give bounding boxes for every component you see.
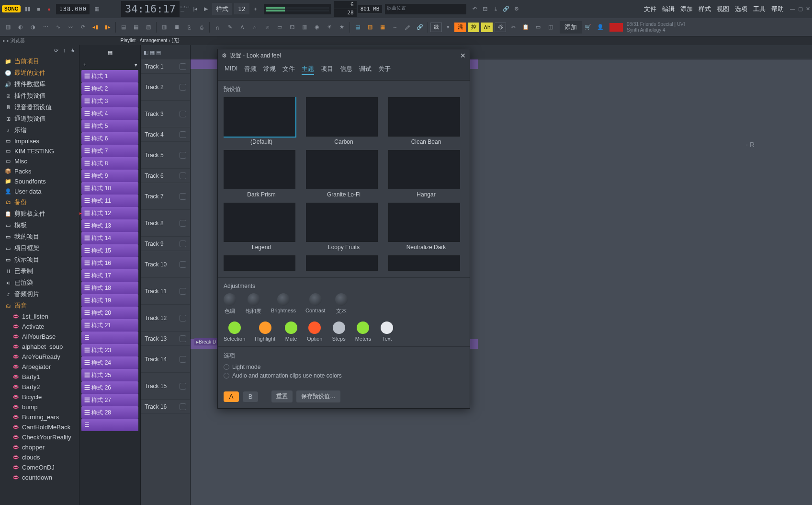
toolbar-icon[interactable]: ▭: [274, 22, 285, 33]
browser-item-recent-files[interactable]: 🕘最近的文件: [0, 67, 79, 79]
toolbar-icon[interactable]: 📋: [520, 22, 531, 33]
track-header[interactable]: Track 5: [141, 142, 190, 169]
track-header[interactable]: Track 16: [141, 400, 190, 414]
color-swatch[interactable]: Selection: [224, 321, 245, 342]
track-header[interactable]: Track 11: [141, 278, 190, 305]
browser-item-project-bones[interactable]: ▭项目框架: [0, 242, 79, 254]
maximize-icon[interactable]: ▢: [798, 6, 803, 12]
theme-preset[interactable]: (Default): [224, 97, 299, 145]
compare-a-button[interactable]: A: [224, 391, 239, 402]
browser-child[interactable]: 👄CheckYourReality: [0, 432, 79, 442]
browser-child[interactable]: 👄Barty1: [0, 372, 79, 382]
toolbar-icon[interactable]: 🖫: [287, 22, 297, 33]
color-swatch[interactable]: Option: [307, 321, 322, 342]
browser-item-sliced-audio[interactable]: ⎎音频切片: [0, 288, 79, 300]
track-header[interactable]: Track 13: [141, 332, 190, 346]
browser-item-rendered[interactable]: ⏯已渲染: [0, 277, 79, 288]
browser-item-scores[interactable]: ♪乐谱: [0, 125, 79, 136]
track-toggle[interactable]: [180, 241, 186, 247]
settings-tab-7[interactable]: 调试: [359, 65, 372, 75]
metronome-icon[interactable]: ▦: [92, 5, 101, 13]
toolbar-icon[interactable]: ∿: [53, 22, 63, 33]
browser-item-templates[interactable]: ▭模板: [0, 219, 79, 231]
browser-child[interactable]: 👄Barty2: [0, 382, 79, 392]
theme-preset[interactable]: Dark Prism: [224, 150, 299, 198]
pattern-clip[interactable]: ☰ 样式 24: [81, 356, 138, 369]
track-toggle[interactable]: [180, 220, 186, 227]
settings-tab-8[interactable]: 关于: [378, 65, 391, 75]
pattern-clip[interactable]: ☰ 样式 9: [81, 170, 138, 182]
track-header[interactable]: Track 3: [141, 101, 190, 127]
pattern-clip[interactable]: ☰ 样式 4: [81, 107, 138, 120]
color-swatch[interactable]: Meters: [355, 321, 372, 342]
piano-roll-icon[interactable]: ▥: [365, 22, 375, 33]
playlist-window-icon[interactable]: ▤: [352, 22, 363, 33]
browser-item-backup[interactable]: 🗂备份: [0, 196, 79, 208]
close-icon[interactable]: ✕: [460, 52, 466, 59]
track-header[interactable]: Track 12: [141, 305, 190, 332]
track-toggle[interactable]: [180, 63, 186, 70]
browser-child[interactable]: 👄Arpegiator: [0, 362, 79, 372]
track-header[interactable]: Track 8: [141, 210, 190, 237]
track-toggle[interactable]: [180, 111, 186, 117]
menu-添加[interactable]: 添加: [679, 4, 694, 14]
close-icon[interactable]: ✕: [806, 6, 810, 12]
chevron-down-icon[interactable]: ▾: [444, 23, 452, 32]
toolbar-icon[interactable]: ◐: [15, 22, 26, 33]
sort-icon[interactable]: ↕: [63, 47, 66, 53]
browser-item-packs[interactable]: 📦Packs: [0, 166, 79, 176]
save-icon[interactable]: 🖫: [481, 5, 489, 13]
browser-item-recorded[interactable]: ⏸已录制: [0, 265, 79, 277]
toolbar-icon[interactable]: ✂: [508, 22, 519, 33]
mix-box[interactable]: 混: [454, 23, 466, 32]
settings-tab-3[interactable]: 文件: [282, 65, 295, 75]
toolbar-icon[interactable]: ▦: [131, 22, 141, 33]
pattern-clip[interactable]: ☰ 样式 1: [81, 70, 138, 82]
toolbar-icon[interactable]: ⎌: [212, 22, 223, 33]
track-header[interactable]: Track 15: [141, 373, 190, 400]
song-mode-badge[interactable]: SONG: [2, 5, 21, 12]
ctrl-box[interactable]: 控: [468, 23, 479, 32]
browser-child[interactable]: 👄countdown: [0, 472, 79, 482]
toolbar-icon[interactable]: 〰: [65, 22, 76, 33]
browser-child[interactable]: 👄Bicycle: [0, 392, 79, 402]
user-icon[interactable]: 👤: [595, 22, 606, 33]
browser-item-mixer-presets[interactable]: 🎚混音器预设值: [0, 102, 79, 113]
toolbar-icon[interactable]: ⋯: [40, 22, 51, 33]
pattern-clip[interactable]: ☰ 样式 17: [81, 269, 138, 282]
pattern-number[interactable]: 12: [234, 3, 249, 14]
adjust-knob[interactable]: 文本: [335, 293, 348, 315]
browser-child[interactable]: 👄ComeOnDJ: [0, 462, 79, 472]
browser-child[interactable]: 👄AllYourBase: [0, 332, 79, 342]
browser-item-my-projects[interactable]: ▭我的项目: [0, 231, 79, 242]
track-toggle[interactable]: [180, 261, 186, 268]
pattern-clip[interactable]: ☰ 样式 13: [81, 219, 138, 232]
alt-box[interactable]: Alt: [481, 23, 493, 32]
toolbar-icon[interactable]: ◫: [545, 22, 556, 33]
menu-工具[interactable]: 工具: [752, 4, 767, 14]
toolbar-icon[interactable]: ◂▮: [90, 22, 101, 33]
theme-preset[interactable]: Neutralize Dark: [388, 203, 464, 251]
theme-preset[interactable]: Loopy Fruits: [306, 203, 382, 251]
browser-child[interactable]: 👄AreYouReady: [0, 352, 79, 362]
add-pattern-icon[interactable]: +: [83, 62, 86, 68]
settings-tab-5[interactable]: 项目: [321, 65, 333, 75]
radio-icon[interactable]: [224, 373, 229, 379]
pattern-clip[interactable]: ☰ 样式 14: [81, 232, 138, 244]
theme-preset[interactable]: Legend: [224, 203, 299, 251]
favorite-icon[interactable]: ★: [70, 47, 75, 54]
browser-child[interactable]: 👄chopper: [0, 442, 79, 452]
color-swatch[interactable]: Text: [381, 321, 393, 342]
reset-button[interactable]: 重置: [271, 390, 293, 402]
toolbar-icon[interactable]: ⎘: [184, 22, 194, 33]
toolbar-icon[interactable]: ▤: [118, 22, 129, 33]
pattern-clip[interactable]: ☰: [81, 419, 138, 431]
pattern-label[interactable]: 样式: [212, 3, 232, 15]
option-row[interactable]: Audio and automation clips use note colo…: [224, 372, 464, 379]
track-header[interactable]: Track 6: [141, 169, 190, 183]
menu-帮助[interactable]: 帮助: [770, 4, 785, 14]
link-icon[interactable]: 🔗: [415, 22, 425, 33]
add-button[interactable]: 添加: [560, 21, 582, 34]
track-header[interactable]: Track 1: [141, 59, 190, 74]
track-toggle[interactable]: [180, 403, 186, 410]
